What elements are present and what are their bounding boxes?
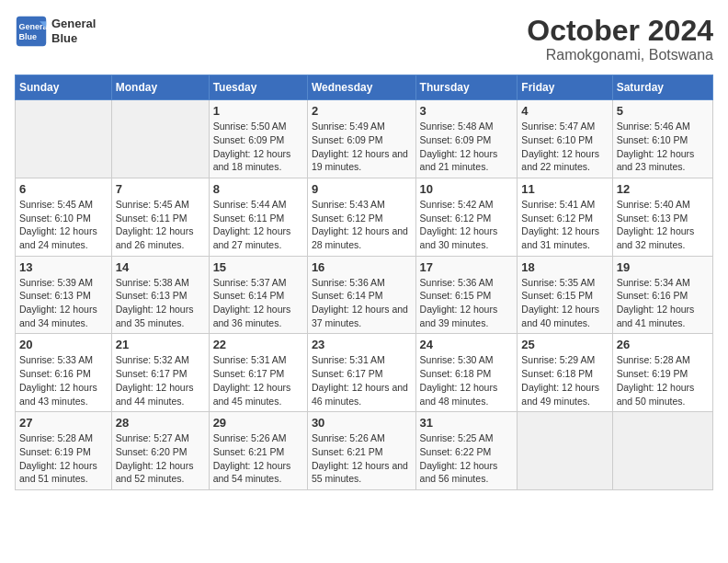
cell-date-number: 18 bbox=[521, 260, 608, 274]
calendar-cell: 30Sunrise: 5:26 AMSunset: 6:21 PMDayligh… bbox=[307, 412, 415, 490]
calendar-cell: 7Sunrise: 5:45 AMSunset: 6:11 PMDaylight… bbox=[111, 178, 209, 256]
svg-text:Blue: Blue bbox=[19, 32, 38, 41]
calendar-cell: 13Sunrise: 5:39 AMSunset: 6:13 PMDayligh… bbox=[16, 256, 112, 334]
cell-info: Sunrise: 5:36 AMSunset: 6:15 PMDaylight:… bbox=[420, 276, 514, 330]
cell-info: Sunrise: 5:47 AMSunset: 6:10 PMDaylight:… bbox=[521, 120, 608, 174]
cell-info: Sunrise: 5:40 AMSunset: 6:13 PMDaylight:… bbox=[617, 198, 709, 252]
cell-date-number: 15 bbox=[213, 260, 303, 274]
calendar-cell: 16Sunrise: 5:36 AMSunset: 6:14 PMDayligh… bbox=[307, 256, 415, 334]
cell-date-number: 3 bbox=[420, 104, 514, 118]
column-header-saturday: Saturday bbox=[612, 75, 712, 100]
cell-date-number: 20 bbox=[19, 338, 108, 351]
cell-date-number: 23 bbox=[312, 338, 412, 351]
logo: General Blue General Blue bbox=[15, 15, 96, 48]
cell-date-number: 14 bbox=[116, 260, 205, 274]
cell-date-number: 17 bbox=[420, 260, 514, 274]
cell-info: Sunrise: 5:46 AMSunset: 6:10 PMDaylight:… bbox=[617, 120, 709, 174]
calendar-cell: 10Sunrise: 5:42 AMSunset: 6:12 PMDayligh… bbox=[415, 178, 518, 256]
logo-text: General Blue bbox=[51, 17, 96, 45]
calendar-cell: 9Sunrise: 5:43 AMSunset: 6:12 PMDaylight… bbox=[307, 178, 415, 256]
calendar-cell: 6Sunrise: 5:45 AMSunset: 6:10 PMDaylight… bbox=[16, 178, 112, 256]
cell-info: Sunrise: 5:25 AMSunset: 6:22 PMDaylight:… bbox=[420, 431, 514, 486]
cell-date-number: 10 bbox=[420, 182, 514, 196]
cell-date-number: 8 bbox=[213, 182, 303, 196]
cell-info: Sunrise: 5:50 AMSunset: 6:09 PMDaylight:… bbox=[213, 120, 303, 174]
calendar-cell bbox=[16, 100, 112, 178]
cell-date-number: 1 bbox=[213, 104, 303, 118]
cell-info: Sunrise: 5:49 AMSunset: 6:09 PMDaylight:… bbox=[312, 120, 412, 174]
cell-info: Sunrise: 5:32 AMSunset: 6:17 PMDaylight:… bbox=[116, 353, 205, 408]
cell-info: Sunrise: 5:27 AMSunset: 6:20 PMDaylight:… bbox=[116, 431, 205, 486]
cell-date-number: 19 bbox=[617, 260, 709, 274]
page-title: October 2024 bbox=[527, 15, 713, 47]
cell-date-number: 11 bbox=[521, 182, 608, 196]
calendar-cell: 18Sunrise: 5:35 AMSunset: 6:15 PMDayligh… bbox=[518, 256, 612, 334]
calendar-cell: 3Sunrise: 5:48 AMSunset: 6:09 PMDaylight… bbox=[415, 100, 518, 178]
calendar-cell: 17Sunrise: 5:36 AMSunset: 6:15 PMDayligh… bbox=[415, 256, 518, 334]
page-subtitle: Ramokgonami, Botswana bbox=[527, 47, 713, 63]
cell-date-number: 21 bbox=[116, 338, 205, 351]
calendar-cell: 4Sunrise: 5:47 AMSunset: 6:10 PMDaylight… bbox=[518, 100, 612, 178]
cell-info: Sunrise: 5:31 AMSunset: 6:17 PMDaylight:… bbox=[312, 353, 412, 408]
cell-info: Sunrise: 5:48 AMSunset: 6:09 PMDaylight:… bbox=[420, 120, 514, 174]
cell-date-number: 27 bbox=[19, 416, 108, 430]
cell-info: Sunrise: 5:45 AMSunset: 6:10 PMDaylight:… bbox=[19, 198, 108, 252]
cell-date-number: 9 bbox=[312, 182, 412, 196]
calendar-cell: 27Sunrise: 5:28 AMSunset: 6:19 PMDayligh… bbox=[16, 412, 112, 490]
calendar-cell: 20Sunrise: 5:33 AMSunset: 6:16 PMDayligh… bbox=[16, 334, 112, 412]
calendar-cell: 19Sunrise: 5:34 AMSunset: 6:16 PMDayligh… bbox=[612, 256, 712, 334]
week-row-5: 27Sunrise: 5:28 AMSunset: 6:19 PMDayligh… bbox=[16, 412, 713, 490]
cell-date-number: 12 bbox=[617, 182, 709, 196]
cell-info: Sunrise: 5:29 AMSunset: 6:18 PMDaylight:… bbox=[521, 353, 608, 408]
cell-info: Sunrise: 5:26 AMSunset: 6:21 PMDaylight:… bbox=[312, 431, 412, 486]
column-header-thursday: Thursday bbox=[415, 75, 518, 100]
cell-info: Sunrise: 5:30 AMSunset: 6:18 PMDaylight:… bbox=[420, 353, 514, 408]
calendar-cell: 22Sunrise: 5:31 AMSunset: 6:17 PMDayligh… bbox=[209, 334, 307, 412]
cell-info: Sunrise: 5:33 AMSunset: 6:16 PMDaylight:… bbox=[19, 353, 108, 408]
calendar-cell: 28Sunrise: 5:27 AMSunset: 6:20 PMDayligh… bbox=[111, 412, 209, 490]
cell-info: Sunrise: 5:28 AMSunset: 6:19 PMDaylight:… bbox=[617, 353, 709, 408]
calendar-cell: 24Sunrise: 5:30 AMSunset: 6:18 PMDayligh… bbox=[415, 334, 518, 412]
page-header: General Blue General Blue October 2024 R… bbox=[15, 15, 713, 63]
cell-info: Sunrise: 5:45 AMSunset: 6:11 PMDaylight:… bbox=[116, 198, 205, 252]
cell-date-number: 24 bbox=[420, 338, 514, 351]
calendar-cell: 31Sunrise: 5:25 AMSunset: 6:22 PMDayligh… bbox=[415, 412, 518, 490]
column-header-wednesday: Wednesday bbox=[307, 75, 415, 100]
column-header-monday: Monday bbox=[111, 75, 209, 100]
cell-date-number: 16 bbox=[312, 260, 412, 274]
calendar-cell bbox=[111, 100, 209, 178]
calendar-cell: 25Sunrise: 5:29 AMSunset: 6:18 PMDayligh… bbox=[518, 334, 612, 412]
column-header-friday: Friday bbox=[518, 75, 612, 100]
calendar-cell: 15Sunrise: 5:37 AMSunset: 6:14 PMDayligh… bbox=[209, 256, 307, 334]
cell-info: Sunrise: 5:37 AMSunset: 6:14 PMDaylight:… bbox=[213, 276, 303, 330]
cell-date-number: 25 bbox=[521, 338, 608, 351]
calendar-cell: 12Sunrise: 5:40 AMSunset: 6:13 PMDayligh… bbox=[612, 178, 712, 256]
calendar-cell: 2Sunrise: 5:49 AMSunset: 6:09 PMDaylight… bbox=[307, 100, 415, 178]
cell-info: Sunrise: 5:34 AMSunset: 6:16 PMDaylight:… bbox=[617, 276, 709, 330]
cell-info: Sunrise: 5:42 AMSunset: 6:12 PMDaylight:… bbox=[420, 198, 514, 252]
cell-date-number: 31 bbox=[420, 416, 514, 430]
cell-date-number: 4 bbox=[521, 104, 608, 118]
cell-info: Sunrise: 5:44 AMSunset: 6:11 PMDaylight:… bbox=[213, 198, 303, 252]
calendar-cell: 21Sunrise: 5:32 AMSunset: 6:17 PMDayligh… bbox=[111, 334, 209, 412]
calendar-cell: 14Sunrise: 5:38 AMSunset: 6:13 PMDayligh… bbox=[111, 256, 209, 334]
column-header-sunday: Sunday bbox=[16, 75, 112, 100]
title-block: October 2024 Ramokgonami, Botswana bbox=[527, 15, 713, 63]
calendar-table: SundayMondayTuesdayWednesdayThursdayFrid… bbox=[15, 75, 713, 490]
week-row-3: 13Sunrise: 5:39 AMSunset: 6:13 PMDayligh… bbox=[16, 256, 713, 334]
cell-date-number: 2 bbox=[312, 104, 412, 118]
cell-info: Sunrise: 5:39 AMSunset: 6:13 PMDaylight:… bbox=[19, 276, 108, 330]
cell-info: Sunrise: 5:36 AMSunset: 6:14 PMDaylight:… bbox=[312, 276, 412, 330]
cell-date-number: 30 bbox=[312, 416, 412, 430]
cell-date-number: 7 bbox=[116, 182, 205, 196]
cell-date-number: 28 bbox=[116, 416, 205, 430]
calendar-cell: 11Sunrise: 5:41 AMSunset: 6:12 PMDayligh… bbox=[518, 178, 612, 256]
cell-info: Sunrise: 5:35 AMSunset: 6:15 PMDaylight:… bbox=[521, 276, 608, 330]
calendar-cell: 23Sunrise: 5:31 AMSunset: 6:17 PMDayligh… bbox=[307, 334, 415, 412]
week-row-4: 20Sunrise: 5:33 AMSunset: 6:16 PMDayligh… bbox=[16, 334, 713, 412]
cell-date-number: 22 bbox=[213, 338, 303, 351]
calendar-cell: 26Sunrise: 5:28 AMSunset: 6:19 PMDayligh… bbox=[612, 334, 712, 412]
calendar-header-row: SundayMondayTuesdayWednesdayThursdayFrid… bbox=[16, 75, 713, 100]
cell-date-number: 13 bbox=[19, 260, 108, 274]
cell-date-number: 5 bbox=[617, 104, 709, 118]
